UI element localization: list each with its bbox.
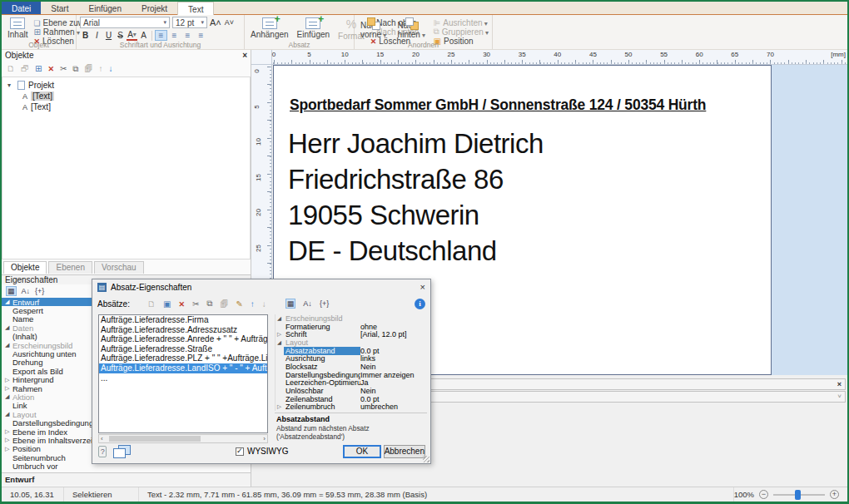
tree-item-text-1[interactable]: A [Text] xyxy=(7,91,250,101)
objects-panel-header: Objekte × xyxy=(2,50,251,61)
paragraph-list-item[interactable]: Aufträge.Lieferadresse.Anrede + " " + Au… xyxy=(99,334,267,344)
font-size-combo[interactable]: 12 pt▾ xyxy=(172,17,207,28)
paragraph-list-item[interactable]: Aufträge.Lieferadresse.Straße xyxy=(99,344,267,354)
chevron-down-icon[interactable]: ˅ xyxy=(837,393,842,400)
caret-down-icon[interactable]: ▾ xyxy=(7,82,14,89)
paste-icon[interactable]: 🗐 xyxy=(220,299,228,309)
align-justify-button[interactable]: ≡ xyxy=(195,30,207,41)
dialog-property-row[interactable]: ▷Zeilenumbruchumbrechen xyxy=(277,403,427,411)
tab-objekte[interactable]: Objekte xyxy=(3,261,47,274)
dialog-titlebar[interactable]: ▤ Absatz-Eigenschaften × xyxy=(92,279,430,294)
copy-icon[interactable]: ⧉ xyxy=(206,299,212,309)
dialog-property-row[interactable]: DarstellungsbedingungImmer anzeigen xyxy=(277,371,427,379)
ausrichten-button[interactable]: Ausrichten xyxy=(434,18,489,27)
sort-az-icon[interactable]: A↓ xyxy=(22,287,31,295)
cut-icon[interactable]: ✂ xyxy=(60,64,67,73)
tab-einfuegen[interactable]: Einfügen xyxy=(78,2,131,14)
inhalt-button[interactable]: Inhalt xyxy=(5,17,30,40)
close-icon[interactable]: × xyxy=(837,380,842,388)
address-block-text[interactable]: Herr Joachim DietrichFriedrichstraße 861… xyxy=(288,126,544,269)
shrink-font-button[interactable]: A˅ xyxy=(224,17,235,28)
paragraph-list-item[interactable]: Aufträge.Lieferadresse.PLZ + " " +Aufträ… xyxy=(99,353,267,363)
scroll-right-icon[interactable]: › xyxy=(263,435,266,442)
italic-button[interactable]: I xyxy=(92,30,102,41)
dialog-property-row[interactable]: Absatzabstand0.0 pt xyxy=(277,347,427,355)
scroll-left-icon[interactable]: ‹ xyxy=(101,435,103,442)
align-right-button[interactable]: ≡ xyxy=(181,30,194,41)
char-format-button[interactable]: A xyxy=(138,30,149,41)
close-icon[interactable]: × xyxy=(242,51,247,60)
tab-start[interactable]: Start xyxy=(41,2,78,14)
format-brush-icon[interactable]: ✎ xyxy=(236,299,242,309)
dialog-property-row[interactable]: Ausrichtunglinks xyxy=(277,354,427,363)
duplicate-object-icon[interactable]: 🗗 xyxy=(21,64,29,73)
categorized-view-icon[interactable]: ▦ xyxy=(285,299,296,309)
help-icon[interactable]: ? xyxy=(98,446,107,457)
scrollbar-thumb[interactable] xyxy=(109,436,201,442)
grow-font-button[interactable]: A˄ xyxy=(210,17,221,28)
einfuegen-absatz-button[interactable]: Einfügen xyxy=(295,17,332,40)
move-up-icon[interactable]: ↑ xyxy=(251,299,255,309)
dialog-property-row[interactable]: UnlöschbarNein xyxy=(277,387,427,395)
align-center-button[interactable]: ≡ xyxy=(168,30,181,41)
dialog-property-row[interactable]: Leerzeichen-OptimierungJa xyxy=(277,379,427,388)
font-color-button[interactable]: A xyxy=(127,31,137,41)
tab-datei[interactable]: Datei xyxy=(2,2,41,14)
move-up-icon[interactable]: ↑ xyxy=(98,64,102,73)
dialog-property-row[interactable]: ◢Layout xyxy=(277,338,427,347)
sort-az-icon[interactable]: A↓ xyxy=(303,299,312,308)
tab-projekt[interactable]: Projekt xyxy=(132,2,177,14)
cancel-button[interactable]: Abbrechen xyxy=(384,445,425,458)
zoom-slider[interactable] xyxy=(773,494,825,496)
info-icon[interactable]: i xyxy=(415,299,425,309)
gruppieren-button[interactable]: Gruppieren xyxy=(434,27,489,36)
tree-item-projekt[interactable]: ▾ Projekt xyxy=(7,80,250,91)
paragraph-list-item[interactable]: ... xyxy=(99,373,267,383)
new-object-icon[interactable]: 🗋 xyxy=(7,64,15,73)
tree-item-text-2[interactable]: A [Text] xyxy=(7,101,250,112)
ok-button[interactable]: OK xyxy=(343,445,380,458)
delete-paragraph-icon[interactable] xyxy=(178,299,185,309)
close-icon[interactable]: × xyxy=(420,282,425,292)
align-left-button[interactable]: ≡ xyxy=(155,30,167,41)
wysiwyg-checkbox[interactable]: WYSIWYG xyxy=(236,447,288,456)
paragraph-list-item[interactable]: Aufträge.Lieferadresse.LandISO + " - " +… xyxy=(99,363,267,373)
tab-vorschau[interactable]: Vorschau xyxy=(94,261,144,274)
nach-hinten-button[interactable]: Nach hinten xyxy=(395,17,430,40)
move-down-icon[interactable]: ↓ xyxy=(108,64,112,73)
zoom-in-icon[interactable]: + xyxy=(830,490,839,499)
dialog-property-row[interactable]: Zeilenabstand0.0 pt xyxy=(277,395,427,403)
zoom-out-icon[interactable]: − xyxy=(759,490,768,499)
cut-icon[interactable]: ✂ xyxy=(192,299,199,309)
copy-icon[interactable]: ⧉ xyxy=(72,64,78,74)
paste-icon[interactable]: 🗐 xyxy=(84,64,92,73)
delete-object-icon[interactable] xyxy=(47,64,54,73)
tab-text[interactable]: Text xyxy=(177,2,214,15)
dialog-property-row[interactable]: ◢Erscheinungsbild xyxy=(277,314,427,323)
nach-vorne-button[interactable]: Nach vorne xyxy=(358,17,392,40)
paragraph-list[interactable]: Aufträge.Lieferadresse.FirmaAufträge.Lie… xyxy=(98,314,268,433)
categorized-view-icon[interactable]: ▦ xyxy=(6,286,17,296)
edit-table-icon[interactable]: ⊞ xyxy=(35,64,42,73)
dialog-property-row[interactable]: BlocksatzNein xyxy=(277,363,427,371)
underline-button[interactable]: U xyxy=(103,30,114,41)
horizontal-scrollbar[interactable]: ‹ › xyxy=(98,434,268,443)
tab-ebenen[interactable]: Ebenen xyxy=(48,261,92,274)
dialog-property-row[interactable]: Formatierungohne xyxy=(277,323,427,331)
expand-all-icon[interactable]: {+} xyxy=(320,299,329,308)
paragraph-list-item[interactable]: Aufträge.Lieferadresse.Firma xyxy=(99,315,267,325)
paragraph-list-item[interactable]: Aufträge.Lieferadresse.Adresszusatz xyxy=(99,325,267,335)
edit-paragraph-icon[interactable]: ▣ xyxy=(163,299,171,309)
bold-button[interactable]: B xyxy=(80,30,91,41)
new-paragraph-icon[interactable]: 🗋 xyxy=(147,299,156,309)
zoom-slider-thumb[interactable] xyxy=(795,490,801,500)
sender-line-text[interactable]: Sportbedarf Sommer GmbH / Sonnenstraße 1… xyxy=(290,96,706,114)
dialog-property-row[interactable]: ▷Schrift[Arial, 12.0 pt] xyxy=(277,330,427,338)
strikethrough-button[interactable]: S xyxy=(115,30,126,41)
anhaengen-button[interactable]: Anhängen xyxy=(248,17,291,40)
font-family-combo[interactable]: Arial▾ xyxy=(80,17,170,28)
resize-grip-icon[interactable] xyxy=(423,456,429,462)
move-down-icon[interactable]: ↓ xyxy=(262,299,266,309)
windows-icon[interactable] xyxy=(113,445,124,457)
expand-all-icon[interactable]: {+} xyxy=(35,287,44,295)
